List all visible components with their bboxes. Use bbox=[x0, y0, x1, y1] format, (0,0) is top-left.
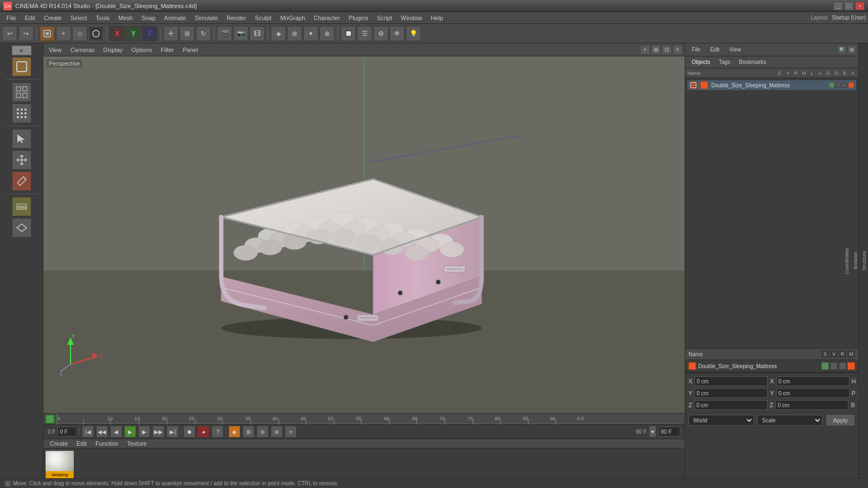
render-region[interactable]: 📷 bbox=[233, 26, 248, 41]
frame-end-input[interactable] bbox=[659, 427, 680, 436]
sidebar-paint[interactable] bbox=[12, 171, 31, 191]
redo-button[interactable]: ↪ bbox=[18, 26, 34, 41]
undo-button[interactable]: ↩ bbox=[2, 26, 17, 41]
menu-select[interactable]: Select bbox=[66, 14, 92, 22]
edge-tab-structure[interactable]: Structure bbox=[860, 249, 868, 273]
coord-y-pos[interactable]: 0 cm bbox=[694, 388, 768, 398]
scale-tool[interactable]: ⊞ bbox=[180, 26, 195, 41]
flag-m[interactable] bbox=[848, 82, 854, 88]
ob-tab-objects[interactable]: Objects bbox=[688, 58, 713, 66]
coord-icon-2[interactable]: V bbox=[830, 350, 838, 358]
coord-z-pos[interactable]: 0 cm bbox=[694, 400, 768, 410]
snap-type[interactable]: ✦ bbox=[303, 26, 318, 41]
menu-snap[interactable]: Snap bbox=[137, 14, 160, 22]
flag-s[interactable] bbox=[829, 82, 834, 88]
transform-mode-dropdown[interactable]: Scale Move Rotate bbox=[757, 415, 823, 426]
vp-menu-panel[interactable]: Panel bbox=[180, 46, 201, 54]
mat-edit[interactable]: Edit bbox=[73, 439, 90, 448]
x-axis-button[interactable]: X bbox=[110, 26, 125, 41]
menu-window[interactable]: Window bbox=[397, 14, 426, 22]
apply-button[interactable]: Apply bbox=[826, 414, 855, 426]
display-mode[interactable]: 🔲 bbox=[341, 26, 356, 41]
menu-edit[interactable]: Edit bbox=[21, 14, 40, 22]
mat-texture[interactable]: Texture bbox=[124, 439, 150, 448]
keyframe-btn[interactable]: ◆ bbox=[228, 426, 240, 438]
transport-next[interactable]: ▶▶ bbox=[152, 426, 164, 438]
flag-v[interactable] bbox=[835, 82, 841, 88]
flag-r[interactable] bbox=[842, 82, 847, 88]
display-type[interactable]: ☰ bbox=[357, 26, 372, 41]
polygons-mode-button[interactable] bbox=[88, 26, 104, 41]
camera-btn[interactable]: 👁 bbox=[390, 26, 405, 41]
vp-menu-display[interactable]: Display bbox=[100, 46, 126, 54]
vis-icon[interactable] bbox=[821, 362, 829, 370]
motion-path[interactable]: ⊚ bbox=[257, 426, 269, 438]
transport-prev[interactable]: ◀◀ bbox=[96, 426, 108, 438]
menu-mograph[interactable]: MoGraph bbox=[276, 14, 309, 22]
edge-tab-coordinates[interactable]: Coordinates bbox=[843, 246, 851, 277]
menu-file[interactable]: File bbox=[2, 14, 21, 22]
coord-z-size[interactable]: 0 cm bbox=[775, 400, 848, 410]
coord-x-size[interactable]: 0 cm bbox=[776, 376, 850, 386]
record-btn[interactable]: ⏺ bbox=[183, 426, 195, 438]
vp-menu-view[interactable]: View bbox=[46, 46, 65, 54]
sidebar-grid[interactable] bbox=[12, 82, 31, 102]
menu-script[interactable]: Script bbox=[373, 14, 397, 22]
ob-tab-tags[interactable]: Tags bbox=[716, 58, 733, 66]
vp-menu-options[interactable]: Options bbox=[128, 46, 155, 54]
sidebar-object-mode[interactable] bbox=[12, 57, 31, 76]
menu-animate[interactable]: Animate bbox=[160, 14, 190, 22]
vp-icon-1[interactable]: + bbox=[640, 45, 650, 55]
coord-icon-4[interactable]: M bbox=[847, 350, 855, 358]
edge-tab-browser[interactable]: Browser bbox=[852, 249, 859, 272]
mat-icon[interactable] bbox=[847, 362, 855, 370]
sidebar-move[interactable] bbox=[12, 150, 31, 170]
menu-simulate[interactable]: Simulate bbox=[190, 14, 222, 22]
close-button[interactable]: × bbox=[855, 2, 865, 10]
timeline-options[interactable]: ⊛ bbox=[271, 426, 283, 438]
transport-next-frame[interactable]: ▶ bbox=[138, 426, 150, 438]
z-axis-button[interactable]: Z bbox=[142, 26, 157, 41]
y-axis-button[interactable]: Y bbox=[126, 26, 141, 41]
viewport-canvas[interactable]: Perspective bbox=[43, 56, 685, 413]
right-tab-file[interactable]: File bbox=[687, 46, 705, 54]
settings-icon[interactable]: ⚙ bbox=[847, 46, 856, 54]
menu-tools[interactable]: Tools bbox=[91, 14, 114, 22]
light-btn[interactable]: 💡 bbox=[406, 26, 421, 41]
render-settings[interactable]: 🎞 bbox=[250, 26, 265, 41]
transport-start[interactable]: |◀ bbox=[82, 426, 94, 438]
move-tool[interactable]: ✛ bbox=[163, 26, 178, 41]
ob-tab-bookmarks[interactable]: Bookmarks bbox=[736, 58, 769, 66]
menu-create[interactable]: Create bbox=[40, 14, 66, 22]
sidebar-select[interactable] bbox=[12, 129, 31, 149]
vp-icon-2[interactable]: ⊞ bbox=[651, 45, 661, 55]
menu-sculpt[interactable]: Sculpt bbox=[251, 14, 276, 22]
search-icon[interactable]: 🔍 bbox=[838, 46, 846, 54]
mat-create[interactable]: Create bbox=[47, 439, 71, 448]
object-item-mattress[interactable]: Double_Size_Sleeping_Mattress bbox=[687, 80, 856, 90]
sync-btn[interactable]: ≡ bbox=[285, 426, 297, 438]
window-controls[interactable]: _ □ × bbox=[833, 2, 865, 10]
maximize-button[interactable]: □ bbox=[844, 2, 854, 10]
vp-menu-filter[interactable]: Filter bbox=[157, 46, 177, 54]
snap-options[interactable]: ⊛ bbox=[287, 26, 302, 41]
lock-icon[interactable] bbox=[830, 362, 838, 370]
vp-icon-3[interactable]: ⊡ bbox=[662, 45, 672, 55]
menu-help[interactable]: Help bbox=[426, 14, 448, 22]
menu-character[interactable]: Character bbox=[309, 14, 344, 22]
menu-render[interactable]: Render bbox=[222, 14, 251, 22]
menu-plugins[interactable]: Plugins bbox=[344, 14, 373, 22]
coord-y-size[interactable]: 0 cm bbox=[776, 388, 850, 398]
right-tab-edit[interactable]: Edit bbox=[706, 46, 724, 54]
frame-input[interactable] bbox=[58, 427, 77, 436]
coord-system-dropdown[interactable]: World Object Local bbox=[688, 415, 754, 426]
model-mode-button[interactable] bbox=[40, 26, 55, 41]
transport-play[interactable]: ▶ bbox=[124, 426, 136, 438]
rotate-tool[interactable]: ↻ bbox=[196, 26, 211, 41]
coord-icon-1[interactable]: S bbox=[821, 350, 829, 358]
floor-snap[interactable]: ⊗ bbox=[320, 26, 335, 41]
snap-button[interactable]: ◈ bbox=[271, 26, 286, 41]
frame-end-btn[interactable]: ▼ bbox=[649, 426, 656, 438]
record-motion[interactable]: ? bbox=[212, 426, 224, 438]
vp-icon-4[interactable]: × bbox=[673, 45, 682, 55]
